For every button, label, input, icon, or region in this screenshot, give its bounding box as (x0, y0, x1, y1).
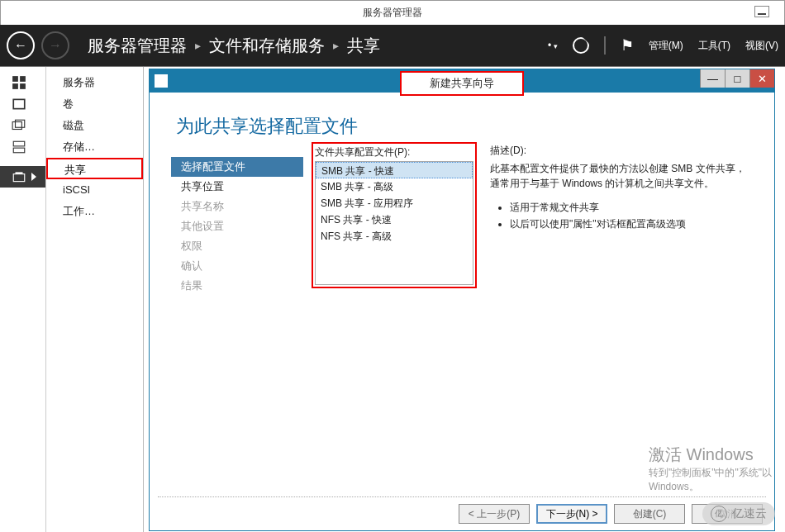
menu-view[interactable]: 视图(V) (745, 39, 778, 53)
sidebar-item-volumes[interactable]: 卷 (46, 93, 143, 115)
nav-back-button[interactable]: ← (7, 31, 35, 59)
wizard-step-result: 结果 (171, 276, 303, 296)
svg-rect-9 (13, 174, 25, 182)
menu-manage[interactable]: 管理(M) (649, 39, 683, 53)
profile-list-label: 文件共享配置文件(P): (315, 145, 473, 159)
profile-option-nfs-quick[interactable]: NFS 共享 - 快速 (316, 211, 473, 228)
nav-forward-button: → (41, 31, 69, 59)
wizard-step-share-location[interactable]: 共享位置 (171, 177, 303, 197)
sidebar-item-shares[interactable]: 共享 (46, 158, 143, 179)
svg-rect-7 (13, 141, 25, 146)
wizard-step-share-name: 共享名称 (171, 197, 303, 216)
svg-rect-4 (13, 99, 25, 108)
svg-rect-0 (12, 76, 18, 82)
breadcrumb-item[interactable]: 文件和存储服务 (209, 35, 325, 57)
next-button[interactable]: 下一步(N) > (536, 504, 607, 524)
divider (158, 496, 766, 497)
refresh-icon[interactable] (573, 37, 589, 54)
brand-logo-icon: 亿 (711, 506, 727, 522)
brand-watermark: 亿 亿速云 (702, 502, 775, 525)
svg-rect-1 (20, 76, 26, 82)
description-bullets: 适用于常规文件共享 以后可以使用"属性"对话框配置高级选项 (510, 199, 753, 233)
server-group-icon[interactable] (0, 115, 45, 136)
disk-icon[interactable] (0, 136, 45, 158)
sidebar-iconcol (0, 67, 46, 532)
wizard-icon (155, 74, 168, 88)
svg-rect-8 (13, 148, 25, 153)
outer-minimize-button[interactable] (754, 6, 769, 17)
outer-window-title: 服务器管理器 (363, 6, 422, 20)
profile-option-smb-app[interactable]: SMB 共享 - 应用程序 (316, 195, 473, 211)
profile-listbox[interactable]: SMB 共享 - 快速 SMB 共享 - 高级 SMB 共享 - 应用程序 NF… (315, 161, 473, 285)
sidebar-item-disks[interactable]: 磁盘 (46, 115, 143, 136)
windows-activation-watermark: 激活 Windows 转到"控制面板"中的"系统"以 Windows。 (649, 444, 772, 494)
breadcrumb-item[interactable]: 服务器管理器 (88, 35, 187, 57)
sidebar-textcol: 服务器 卷 磁盘 存储… 共享 iSCSI 工作… (46, 67, 144, 532)
wizard-step-permissions: 权限 (171, 236, 303, 256)
breadcrumb-dropdown[interactable]: • (548, 40, 558, 51)
sidebar-item-iscsi[interactable]: iSCSI (46, 179, 143, 201)
wizard-heading: 为此共享选择配置文件 (176, 114, 753, 139)
wizard-body: 为此共享选择配置文件 选择配置文件 共享位置 共享名称 其他设置 权限 确认 结… (150, 93, 774, 303)
chevron-right-icon (31, 173, 36, 181)
description-bullet: 以后可以使用"属性"对话框配置高级选项 (510, 216, 753, 232)
brand-text: 亿速云 (732, 506, 767, 521)
profile-option-smb-quick[interactable]: SMB 共享 - 快速 (316, 162, 473, 178)
svg-rect-3 (20, 83, 26, 89)
storage-services-icon[interactable] (0, 166, 45, 188)
chevron-right-icon: ▸ (195, 39, 201, 52)
menu-tools[interactable]: 工具(T) (698, 39, 730, 53)
dashboard-icon[interactable] (0, 72, 45, 93)
create-button: 创建(C) (614, 504, 685, 524)
wizard-minimize-button[interactable]: — (700, 69, 725, 88)
watermark-line3: Windows。 (649, 480, 772, 494)
description-text: 此基本配置文件提供了最快的方法以创建 SMB 文件共享，通常用于与基于 Wind… (490, 161, 753, 191)
wizard-close-button[interactable]: ✕ (749, 69, 774, 88)
wizard-step-select-profile[interactable]: 选择配置文件 (171, 157, 303, 177)
prev-button: < 上一步(P) (459, 504, 530, 524)
wizard-title: 新建共享向导 (400, 71, 524, 96)
wizard-step-confirm: 确认 (171, 256, 303, 276)
svg-rect-2 (12, 83, 18, 89)
header-nav: ← → 服务器管理器▸ 文件和存储服务▸ 共享 • ⚑ 管理(M) 工具(T) … (0, 25, 785, 66)
breadcrumb-item[interactable]: 共享 (347, 35, 380, 57)
chevron-right-icon: ▸ (333, 39, 339, 52)
watermark-line2: 转到"控制面板"中的"系统"以 (649, 466, 772, 480)
wizard-titlebar: 新建共享向导 — □ ✕ (150, 69, 774, 93)
divider (604, 36, 606, 55)
watermark-line1: 激活 Windows (649, 444, 772, 466)
sidebar-item-servers[interactable]: 服务器 (46, 72, 143, 93)
profile-option-nfs-advanced[interactable]: NFS 共享 - 高级 (316, 228, 473, 245)
svg-rect-5 (12, 122, 21, 130)
svg-rect-6 (16, 120, 25, 127)
breadcrumb: 服务器管理器▸ 文件和存储服务▸ 共享 (88, 35, 380, 57)
description-bullet: 适用于常规文件共享 (510, 199, 753, 216)
profile-list-panel: 文件共享配置文件(P): SMB 共享 - 快速 SMB 共享 - 高级 SMB… (312, 142, 477, 288)
profile-option-smb-advanced[interactable]: SMB 共享 - 高级 (316, 178, 473, 195)
sidebar-item-work[interactable]: 工作… (46, 201, 143, 222)
server-icon[interactable] (0, 93, 45, 115)
header-right: • ⚑ 管理(M) 工具(T) 视图(V) (548, 25, 778, 66)
wizard-step-nav: 选择配置文件 共享位置 共享名称 其他设置 权限 确认 结果 (171, 157, 303, 303)
notifications-flag-icon[interactable]: ⚑ (621, 36, 634, 55)
svg-rect-10 (16, 172, 23, 173)
sidebar-item-storage[interactable]: 存储… (46, 136, 143, 158)
wizard-step-other-settings: 其他设置 (171, 216, 303, 236)
outer-window-titlebar: 服务器管理器 (0, 0, 785, 25)
wizard-maximize-button[interactable]: □ (725, 69, 749, 88)
profile-description-panel: 描述(D): 此基本配置文件提供了最快的方法以创建 SMB 文件共享，通常用于与… (485, 144, 753, 290)
description-label: 描述(D): (490, 144, 753, 158)
